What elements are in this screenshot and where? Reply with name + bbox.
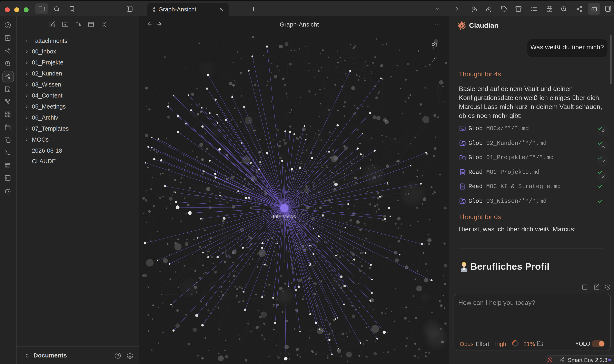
- svg-text:Interviews: Interviews: [273, 214, 296, 219]
